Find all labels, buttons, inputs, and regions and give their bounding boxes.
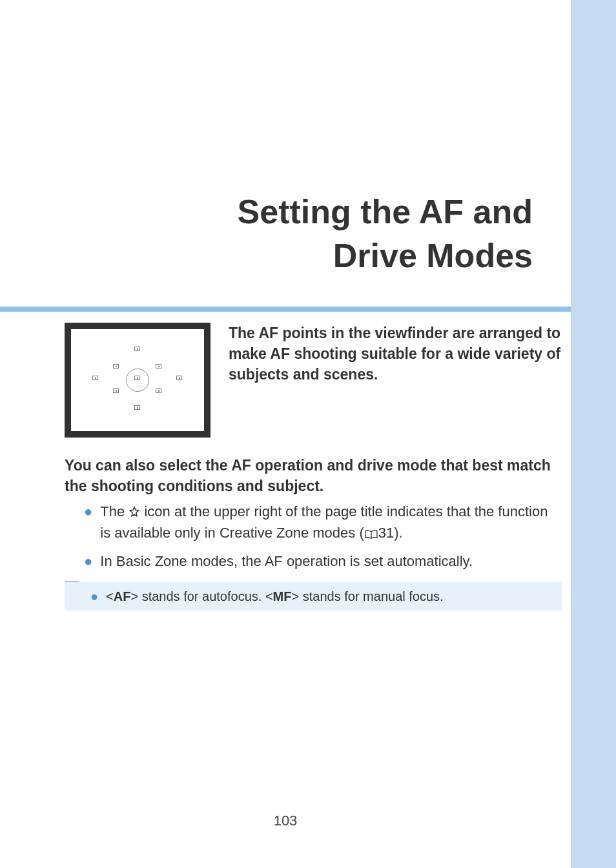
bullet-dot-icon: ●	[84, 502, 92, 545]
af-point-grid	[89, 345, 186, 416]
bullet-item: ● In Basic Zone modes, the AF operation …	[84, 552, 562, 572]
af-point	[176, 376, 182, 380]
af-point	[113, 364, 119, 368]
page-number: 103	[0, 812, 571, 829]
af-point	[134, 347, 140, 351]
page-ref-icon	[364, 525, 378, 545]
bullet-item: ● The icon at the upper right of the pag…	[84, 502, 562, 545]
bullet-dot-icon: ●	[90, 587, 98, 605]
title-rule	[0, 307, 571, 312]
note-text: <AF> stands for autofocus. <MF> stands f…	[106, 587, 444, 605]
chapter-title: Setting the AF and Drive Modes	[0, 190, 559, 278]
star-icon	[128, 503, 140, 523]
af-point	[113, 389, 119, 393]
af-point	[156, 364, 161, 368]
bullet-dot-icon: ●	[84, 552, 92, 572]
chapter-title-line1: Setting the AF and	[238, 193, 533, 230]
af-point	[134, 376, 140, 380]
af-point	[134, 405, 140, 410]
viewfinder-diagram	[65, 323, 210, 438]
intro-paragraph: The AF points in the viewfinder are arra…	[229, 323, 562, 385]
af-point	[92, 376, 98, 380]
bullet-text: In Basic Zone modes, the AF operation is…	[100, 552, 562, 572]
bullet-text: The icon at the upper right of the page …	[100, 502, 562, 545]
secondary-paragraph: You can also select the AF operation and…	[65, 455, 562, 496]
af-point	[156, 389, 161, 393]
chapter-title-line2: Drive Modes	[333, 237, 533, 274]
chapter-tab	[571, 0, 616, 868]
bullet-list: ● The icon at the upper right of the pag…	[84, 502, 562, 578]
spot-meter-circle	[126, 368, 149, 392]
note-box: ● <AF> stands for autofocus. <MF> stands…	[65, 582, 562, 611]
